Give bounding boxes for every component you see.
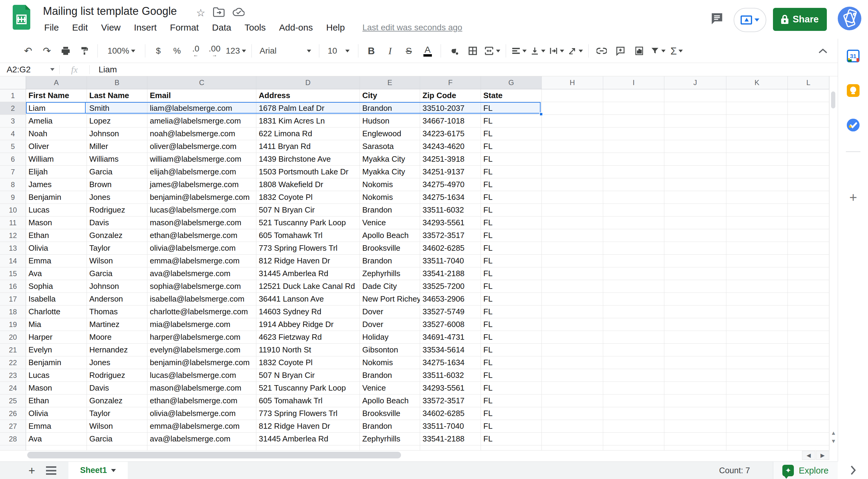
keep-icon[interactable] (847, 84, 860, 97)
select-all-corner[interactable] (0, 76, 26, 89)
column-header-D[interactable]: D (256, 76, 360, 89)
row-header-10[interactable]: 10 (0, 204, 26, 216)
cell-B2[interactable]: Smith (87, 102, 147, 115)
cell-I28[interactable] (603, 433, 664, 445)
cell-E[interactable] (360, 445, 420, 451)
cell-K18[interactable] (726, 305, 788, 318)
cell-F6[interactable]: 34251-3918 (420, 153, 481, 166)
cell-J22[interactable] (664, 356, 726, 369)
cell-G10[interactable]: FL (481, 204, 542, 216)
cell-D1[interactable]: Address (256, 89, 360, 102)
cell-D6[interactable]: 1439 Birchstone Ave (256, 153, 360, 166)
cell-I8[interactable] (603, 178, 664, 191)
cell-B25[interactable]: Gonzalez (87, 394, 147, 407)
cell-G7[interactable]: FL (481, 166, 542, 178)
cell-D26[interactable]: 773 Spring Flowers Trl (256, 407, 360, 420)
cell-D17[interactable]: 36441 Lanson Ave (256, 293, 360, 305)
document-title[interactable]: Mailing list template Google (43, 5, 177, 18)
vertical-scrollbar-track[interactable] (829, 76, 838, 451)
cell-I15[interactable] (603, 267, 664, 280)
cell-D15[interactable]: 31445 Amberlea Rd (256, 267, 360, 280)
paint-format-button[interactable] (77, 42, 92, 59)
cell-G15[interactable]: FL (481, 267, 542, 280)
text-color-button[interactable]: A (420, 42, 435, 59)
cell-L20[interactable] (788, 331, 829, 343)
cell-H11[interactable] (542, 216, 603, 229)
row-header-22[interactable]: 22 (0, 356, 26, 369)
bold-button[interactable]: B (364, 42, 379, 59)
formula-input[interactable]: Liam (94, 65, 117, 74)
cell-C[interactable] (147, 445, 256, 451)
row-header-7[interactable]: 7 (0, 166, 26, 178)
cell-J7[interactable] (664, 166, 726, 178)
row-header-8[interactable]: 8 (0, 178, 26, 191)
explore-button[interactable]: ✦ Explore (773, 462, 838, 479)
column-header-C[interactable]: C (147, 76, 256, 89)
cell-K13[interactable] (726, 242, 788, 255)
cell-C19[interactable]: mia@labelsmerge.com (147, 318, 256, 331)
cell-J3[interactable] (664, 115, 726, 127)
cell-D23[interactable]: 507 N Bryan Cir (256, 369, 360, 382)
cell-K26[interactable] (726, 407, 788, 420)
cell-G25[interactable]: FL (481, 394, 542, 407)
cell-G12[interactable]: FL (481, 229, 542, 242)
cell-L12[interactable] (788, 229, 829, 242)
row-header-12[interactable]: 12 (0, 229, 26, 242)
cell-G11[interactable]: FL (481, 216, 542, 229)
column-header-L[interactable]: L (788, 76, 829, 89)
cell-D7[interactable]: 1503 Portsmouth Lake Dr (256, 166, 360, 178)
cell-F24[interactable]: 34293-5561 (420, 382, 481, 394)
menu-file[interactable]: File (43, 22, 60, 33)
cell-B20[interactable]: Moore (87, 331, 147, 343)
cell-H6[interactable] (542, 153, 603, 166)
cell-J2[interactable] (664, 102, 726, 115)
cell-G14[interactable]: FL (481, 255, 542, 267)
cell-G4[interactable]: FL (481, 127, 542, 140)
cell-J21[interactable] (664, 343, 726, 356)
cell-I12[interactable] (603, 229, 664, 242)
cell-H21[interactable] (542, 343, 603, 356)
column-header-I[interactable]: I (603, 76, 664, 89)
cell-K10[interactable] (726, 204, 788, 216)
column-header-F[interactable]: F (420, 76, 481, 89)
cell-C24[interactable]: mason@labelsmerge.com (147, 382, 256, 394)
cell-L18[interactable] (788, 305, 829, 318)
cell-K25[interactable] (726, 394, 788, 407)
present-to-meeting-button[interactable] (734, 8, 766, 32)
cell-H24[interactable] (542, 382, 603, 394)
cell-H26[interactable] (542, 407, 603, 420)
cell-B[interactable] (87, 445, 147, 451)
row-header-20[interactable]: 20 (0, 331, 26, 343)
cell-E4[interactable]: Englewood (360, 127, 420, 140)
cell-E15[interactable]: Zephyrhills (360, 267, 420, 280)
column-header-A[interactable]: A (26, 76, 87, 89)
cell-E26[interactable]: Brooksville (360, 407, 420, 420)
cell-L21[interactable] (788, 343, 829, 356)
row-header-15[interactable]: 15 (0, 267, 26, 280)
cell-F27[interactable]: 33511-7040 (420, 420, 481, 433)
cell-L27[interactable] (788, 420, 829, 433)
cell-A8[interactable]: James (26, 178, 87, 191)
cell-K[interactable] (726, 445, 788, 451)
row-header-13[interactable]: 13 (0, 242, 26, 255)
cell-E2[interactable]: Brandon (360, 102, 420, 115)
menu-format[interactable]: Format (169, 22, 200, 33)
cell-F22[interactable]: 34275-1634 (420, 356, 481, 369)
cell-B24[interactable]: Davis (87, 382, 147, 394)
cell-D14[interactable]: 812 Ridge Haven Dr (256, 255, 360, 267)
cell-G9[interactable]: FL (481, 191, 542, 204)
cell-B7[interactable]: Garcia (87, 166, 147, 178)
undo-button[interactable]: ↶ (21, 42, 36, 59)
cell-L9[interactable] (788, 191, 829, 204)
cell-F11[interactable]: 34293-5561 (420, 216, 481, 229)
name-box[interactable]: A2:G2 (0, 65, 55, 74)
cell-I27[interactable] (603, 420, 664, 433)
column-header-G[interactable]: G (481, 76, 542, 89)
cell-I20[interactable] (603, 331, 664, 343)
cell-E8[interactable]: Nokomis (360, 178, 420, 191)
cell-L23[interactable] (788, 369, 829, 382)
cell-I23[interactable] (603, 369, 664, 382)
all-sheets-button[interactable] (46, 466, 56, 475)
cell-D13[interactable]: 773 Spring Flowers Trl (256, 242, 360, 255)
cell-D18[interactable]: 14603 Sydney Rd (256, 305, 360, 318)
